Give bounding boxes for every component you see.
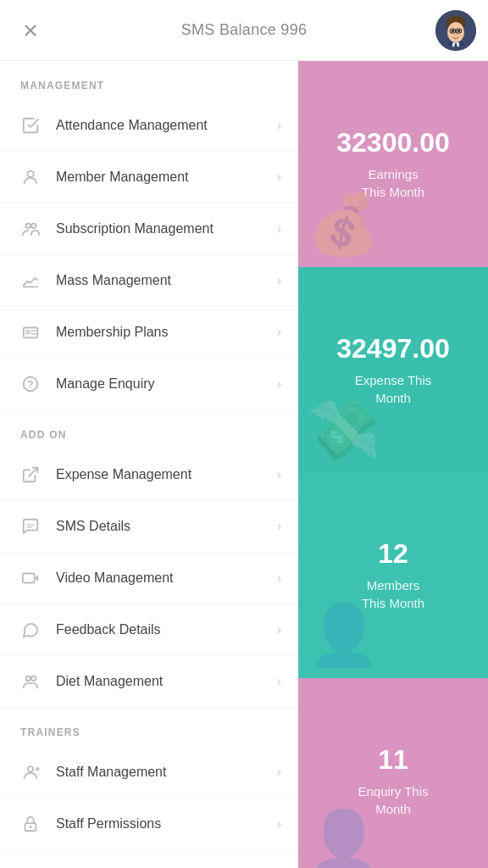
svg-point-9 [447,22,464,42]
header: SMS Balance 996 [0,0,488,61]
feedback-chevron: › [277,622,281,637]
staff-perm-chevron: › [277,816,281,832]
members-card: 👤 12 MembersThis Month [298,473,488,679]
mass-label: Mass Management [56,273,277,288]
section-label-management: MANAGEMENT [0,61,298,100]
sms-icon [17,513,44,540]
svg-point-23 [26,331,30,334]
sidebar-item-expense-mgmt[interactable]: Expense Management › [0,449,298,501]
svg-rect-22 [24,328,38,338]
attendance-label: Attendance Management [56,118,277,133]
member-icon [17,164,44,191]
members-value: 12 [378,538,408,570]
svg-point-33 [26,676,31,682]
member-chevron: › [277,170,281,185]
feedback-icon [17,616,44,643]
sidebar-item-member[interactable]: Member Management › [0,152,298,203]
enquiry-card: 👤 11 Enquiry ThisMonth [298,678,488,868]
svg-line-28 [29,468,37,476]
membership-icon [17,319,44,346]
subscription-icon [17,215,44,242]
sidebar-item-subscription[interactable]: Subscription Management › [0,203,298,255]
staff-perm-icon [17,810,44,837]
expense-value: 32497.00 [336,333,449,364]
mass-icon [17,267,44,294]
expense-mgmt-icon [17,461,44,488]
expense-card: 💸 32497.00 Expense ThisMonth [298,267,488,473]
svg-point-18 [27,171,33,177]
svg-point-15 [455,34,458,36]
video-chevron: › [277,570,281,586]
svg-rect-10 [452,30,454,32]
enquiry-icon: ? [17,370,44,398]
main-layout: MANAGEMENT Attendance Management › Membe… [0,61,488,868]
svg-text:?: ? [27,379,33,391]
close-button[interactable] [15,15,46,46]
sidebar-item-feedback[interactable]: Feedback Details › [0,604,298,656]
sms-chevron: › [277,519,281,534]
staff-mgmt-label: Staff Management [56,765,277,780]
svg-point-34 [31,676,36,682]
attendance-chevron: › [277,118,281,133]
svg-point-35 [28,766,33,771]
svg-point-39 [30,826,32,828]
svg-point-20 [31,224,36,229]
sidebar-item-enquiry[interactable]: ? Manage Enquiry › [0,359,298,410]
sidebar-item-staff-perm[interactable]: Staff Permissions › [0,798,298,850]
membership-chevron: › [277,325,281,340]
feedback-label: Feedback Details [56,622,277,637]
sidebar-item-diet[interactable]: Diet Management › [0,656,298,708]
sidebar-item-video[interactable]: Video Management › [0,553,298,604]
staff-mgmt-icon [17,759,44,786]
sidebar-item-attendance[interactable]: Attendance Management › [0,100,298,152]
header-title: SMS Balance 996 [181,21,308,39]
section-label-addon: ADD ON [0,410,298,449]
svg-rect-11 [458,30,460,32]
attendance-icon [17,112,44,139]
membership-label: Membership Plans [56,325,277,340]
members-bg-icon: 👤 [307,600,380,670]
sidebar-item-sms[interactable]: SMS Details › [0,501,298,553]
diet-chevron: › [277,674,281,689]
mass-chevron: › [277,273,281,288]
enquiry-stat-value: 11 [378,744,408,776]
enquiry-bg-icon: 👤 [307,806,380,868]
staff-mgmt-chevron: › [277,765,281,780]
earnings-card: 💰 32300.00 EarningsThis Month [298,61,488,267]
enquiry-chevron: › [277,376,281,392]
sidebar-item-staff-mgmt[interactable]: Staff Management › [0,747,298,798]
sms-label: SMS Details [56,519,277,534]
diet-icon [17,668,44,695]
expense-mgmt-label: Expense Management [56,467,277,482]
video-icon [17,565,44,592]
subscription-chevron: › [277,221,281,236]
sidebar: MANAGEMENT Attendance Management › Membe… [0,61,298,868]
member-label: Member Management [56,170,277,185]
expense-bg-icon: 💸 [307,395,380,465]
avatar[interactable] [435,10,476,51]
sidebar-item-mass[interactable]: Mass Management › [0,255,298,307]
svg-rect-31 [23,574,35,583]
video-label: Video Management [56,570,277,586]
right-panel: 💰 32300.00 EarningsThis Month 💸 32497.00… [298,61,488,868]
sidebar-item-membership[interactable]: Membership Plans › [0,307,298,359]
enquiry-label: Manage Enquiry [56,376,277,392]
expense-mgmt-chevron: › [277,467,281,482]
earnings-bg-icon: 💰 [307,189,380,259]
svg-point-19 [26,224,31,229]
subscription-label: Subscription Management [56,221,277,236]
earnings-value: 32300.00 [336,127,449,159]
diet-label: Diet Management [56,674,277,689]
staff-perm-label: Staff Permissions [56,816,277,832]
section-label-trainers: TRAINERS [0,708,298,747]
